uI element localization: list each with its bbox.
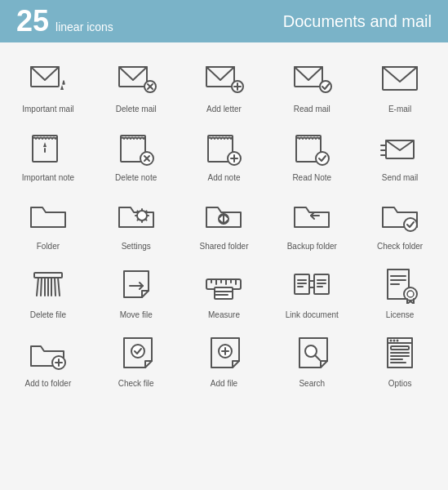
svg-line-50: [55, 278, 55, 296]
icon-label: Measure: [208, 310, 240, 320]
icon-email: E-mail: [356, 51, 444, 116]
icon-delete-file: Delete file: [4, 256, 92, 322]
svg-line-92: [315, 355, 320, 360]
icon-label: Add letter: [206, 105, 242, 114]
svg-point-87: [131, 345, 144, 358]
icon-label: Delete file: [30, 310, 66, 320]
svg-rect-60: [215, 287, 233, 299]
icon-label: Check file: [118, 379, 154, 389]
svg-point-43: [404, 218, 417, 231]
svg-line-51: [58, 278, 60, 296]
icon-label: Delete note: [115, 173, 157, 183]
icon-label: E-mail: [388, 105, 411, 114]
header-left: 25 linear icons: [16, 7, 113, 36]
icon-check-file: Check file: [92, 325, 180, 390]
icon-label: Check folder: [377, 242, 423, 252]
icon-add-letter: Add letter: [180, 51, 268, 116]
icon-link-document: Link document: [268, 256, 356, 322]
icon-label: Important mail: [22, 105, 73, 114]
icon-settings: Settings: [92, 188, 180, 253]
svg-point-26: [316, 152, 329, 165]
icon-label: Send mail: [382, 173, 418, 183]
icon-folder: Folder: [4, 188, 92, 253]
icon-delete-note: Delete note: [92, 119, 180, 185]
icon-label: Add note: [207, 173, 240, 183]
icon-move-file: Move file: [92, 256, 180, 322]
icon-label: Backup folder: [287, 242, 337, 252]
header-number: 25: [16, 7, 49, 36]
icon-label: Delete mail: [116, 105, 157, 114]
header-subtitle: linear icons: [55, 20, 113, 33]
icons-grid: Important mail Delete mail Add let: [0, 42, 448, 399]
svg-point-95: [393, 340, 396, 342]
icon-label: Settings: [122, 242, 151, 252]
icon-important-mail: Important mail: [4, 51, 92, 116]
icon-label: Add to folder: [25, 379, 72, 389]
icon-label: Read mail: [294, 105, 330, 114]
svg-marker-2: [63, 81, 64, 84]
header: 25 linear icons Documents and mail: [0, 0, 448, 42]
svg-line-38: [137, 219, 138, 220]
icon-label: Folder: [37, 242, 60, 252]
icon-label: Move file: [120, 310, 153, 320]
icon-add-file: Add file: [180, 325, 268, 390]
icon-label: Important note: [22, 173, 74, 183]
icon-add-note: Add note: [180, 119, 268, 185]
svg-line-37: [145, 219, 146, 220]
icon-search: Search: [268, 325, 356, 390]
icon-backup-folder: Backup folder: [268, 188, 356, 253]
icon-label: Search: [299, 379, 325, 389]
icon-label: Optios: [388, 379, 412, 389]
svg-line-46: [41, 278, 42, 296]
icon-label: Read Note: [292, 173, 331, 183]
svg-rect-97: [391, 346, 409, 350]
svg-line-36: [137, 211, 138, 212]
svg-marker-1: [60, 85, 64, 90]
svg-point-78: [404, 287, 417, 301]
svg-line-39: [145, 211, 146, 212]
icon-send-mail: Send mail: [356, 119, 444, 185]
header-title: Documents and mail: [283, 12, 432, 31]
icon-shared-folder: Shared folder: [180, 188, 268, 253]
icon-label: Shared folder: [199, 242, 248, 252]
icon-delete-mail: Delete mail: [92, 51, 180, 116]
icon-important-note: Important note: [4, 119, 92, 185]
svg-point-96: [397, 340, 399, 342]
icon-label: Link document: [286, 310, 339, 320]
icon-measure: Measure: [180, 256, 268, 322]
svg-point-94: [390, 340, 393, 342]
svg-marker-15: [43, 142, 47, 147]
icon-add-to-folder: Add to folder: [4, 325, 92, 390]
icon-read-mail: Read mail: [268, 51, 356, 116]
icon-read-note: Read Note: [268, 119, 356, 185]
icon-label: Add file: [211, 379, 237, 389]
icon-license: License: [356, 256, 444, 322]
icon-optios: Optios: [356, 325, 444, 390]
svg-line-45: [37, 278, 38, 296]
icon-check-folder: Check folder: [356, 188, 444, 253]
icon-label: License: [386, 310, 414, 320]
